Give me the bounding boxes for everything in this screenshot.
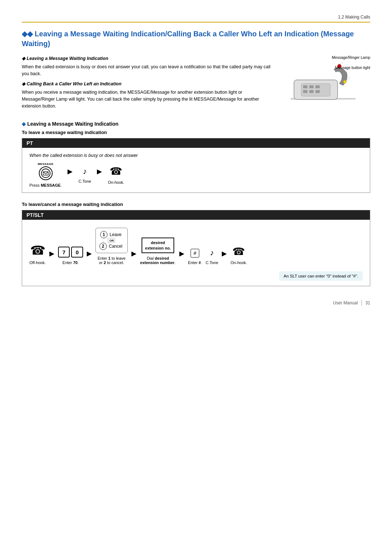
pt-instruction-box: PT When the called extension is busy or …: [22, 138, 370, 193]
diagram-label-lamp: Message/Ringer Lamp: [332, 55, 370, 60]
arrow-4: ▶: [179, 250, 184, 258]
step-offhook: ☎ Off-hook.: [29, 243, 46, 265]
or-row-1: 1 Leave: [100, 231, 122, 238]
step-1or2: OR 1 Leave 2 Cancel Enter 1 to leaveor 2…: [95, 228, 128, 265]
box-header-pt: PT: [22, 138, 370, 148]
cancel-label: Cancel: [109, 244, 122, 249]
svg-line-11: [338, 62, 343, 65]
title-diamond: ◆◆: [22, 30, 35, 38]
onhook-pt-label: On-hook.: [108, 180, 124, 185]
step-ctone: ♪ C.Tone: [78, 167, 91, 183]
box-content-pt: When the called extension is busy or doe…: [22, 148, 370, 193]
ptslt-steps-row: ☎ Off-hook. ▶ 7 0 Enter 70. ▶: [29, 228, 363, 265]
or-label: OR: [108, 238, 115, 243]
step-message-label: Press MESSAGE.: [29, 183, 62, 187]
section1-diamond: ◆: [22, 121, 27, 127]
slt-note-box: An SLT user can enter "0" instead of "#"…: [279, 271, 363, 281]
phone-diagram-area: Message/Ringer Lamp Message button light: [283, 55, 370, 114]
desired-line1: desired: [145, 240, 171, 245]
section1-sub-heading: To leave a message waiting indication: [22, 130, 370, 135]
footer-page: 31: [366, 300, 370, 305]
section-label: 1.2 Making Calls: [338, 15, 370, 20]
title-text: Leaving a Message Waiting Indication/Cal…: [22, 30, 354, 48]
italic-note: When the called extension is busy or doe…: [29, 153, 363, 158]
or-box: OR 1 Leave 2 Cancel: [95, 228, 128, 253]
arrow-step-2: ▶: [97, 167, 102, 175]
svg-rect-6: [303, 90, 307, 93]
intro-section: ◆ Leaving a Message Waiting Indication W…: [22, 55, 370, 114]
offhook-label: Off-hook.: [29, 260, 46, 265]
key-70-group: 7 0: [58, 247, 83, 258]
enter-pound-label: Enter #.: [188, 260, 202, 265]
box-header-ptslt: PT/SLT: [22, 210, 370, 220]
svg-rect-4: [309, 85, 314, 88]
key-0: 0: [71, 247, 83, 258]
intro-text-block: ◆ Leaving a Message Waiting Indication W…: [22, 55, 276, 114]
msg-key-label: MESSAGE: [38, 162, 54, 166]
svg-rect-7: [309, 90, 314, 93]
onhook-slt-icon: ☎: [232, 246, 245, 258]
enter-70-label: Enter 70.: [62, 260, 79, 265]
message-button-icon: [39, 166, 53, 180]
num-2-circle: 2: [99, 243, 107, 250]
offhook-icon: ☎: [30, 243, 45, 258]
ctone-slt-label: C.Tone: [205, 260, 218, 265]
step-onhook-pt: ☎ On-hook.: [108, 165, 124, 185]
svg-rect-3: [303, 85, 307, 88]
slt-note-text: An SLT user can enter "0" instead of "#"…: [283, 274, 358, 278]
ctone-label: C.Tone: [78, 179, 91, 183]
ctone-music-icon-slt: ♪: [210, 248, 214, 258]
svg-rect-8: [315, 90, 320, 93]
page-title: ◆◆ Leaving a Message Waiting Indication/…: [22, 29, 370, 49]
svg-point-13: [41, 169, 50, 178]
footer-divider: [362, 300, 362, 306]
ptslt-instruction-box: PT/SLT ☎ Off-hook. ▶ 7 0 Enter 70.: [22, 210, 370, 286]
diagram-label-button: Message button light: [335, 65, 370, 70]
note-area: An SLT user can enter "0" instead of "#"…: [29, 268, 363, 281]
box-content-ptslt: ☎ Off-hook. ▶ 7 0 Enter 70. ▶: [22, 220, 370, 286]
dial-desired-label: Dial desiredextension number.: [140, 256, 176, 265]
section2-sub-heading: To leave/cancel a message waiting indica…: [22, 202, 370, 207]
step-onhook-slt: ☎ On-hook.: [230, 246, 247, 265]
section1-heading: ◆ Leaving a Message Waiting Indication: [22, 121, 370, 127]
key-7: 7: [58, 247, 70, 258]
arrow-1: ▶: [49, 250, 54, 258]
or-row-2: 2 Cancel: [99, 243, 122, 250]
arrow-2: ▶: [87, 250, 92, 258]
arrow-5: ▶: [222, 250, 227, 258]
desired-box: desired extension no.: [142, 238, 175, 253]
top-header: 1.2 Making Calls: [22, 15, 370, 23]
pt-steps-row: MESSAGE Press MESSAGE.: [29, 162, 363, 187]
calling-back-heading: ◆ Calling Back a Caller Who Left an Indi…: [22, 81, 276, 88]
enter-1or2-label: Enter 1 to leaveor 2 to cancel.: [98, 256, 126, 265]
page-footer: User Manual 31: [333, 300, 370, 306]
step-ctone-slt: ♪ C.Tone: [205, 248, 218, 265]
footer-text: User Manual: [333, 300, 358, 305]
arrow-3: ▶: [131, 250, 136, 258]
pound-key: #: [191, 249, 199, 258]
desired-line2: extension no.: [145, 246, 171, 251]
step-desired: desired extension no. Dial desiredextens…: [140, 238, 176, 265]
arrow-step-1: ▶: [68, 167, 73, 175]
step-70: 7 0 Enter 70.: [58, 247, 83, 265]
page: 1.2 Making Calls ◆◆ Leaving a Message Wa…: [0, 0, 392, 317]
onhook-phone-icon: ☎: [110, 165, 122, 177]
svg-point-10: [343, 80, 346, 83]
onhook-slt-label: On-hook.: [230, 260, 247, 265]
leaving-heading: ◆ Leaving a Message Waiting Indication: [22, 55, 276, 62]
step-pound: # Enter #.: [188, 249, 202, 265]
ctone-music-icon: ♪: [83, 167, 87, 176]
svg-rect-5: [315, 85, 320, 88]
step-message: MESSAGE Press MESSAGE.: [29, 162, 62, 187]
num-1-circle: 1: [100, 231, 107, 238]
section1-heading-text: Leaving a Message Waiting Indication: [27, 121, 119, 127]
leave-label: Leave: [110, 232, 122, 237]
calling-back-body: When you receive a message waiting indic…: [22, 89, 276, 109]
leaving-body: When the called extension is busy or doe…: [22, 64, 276, 77]
